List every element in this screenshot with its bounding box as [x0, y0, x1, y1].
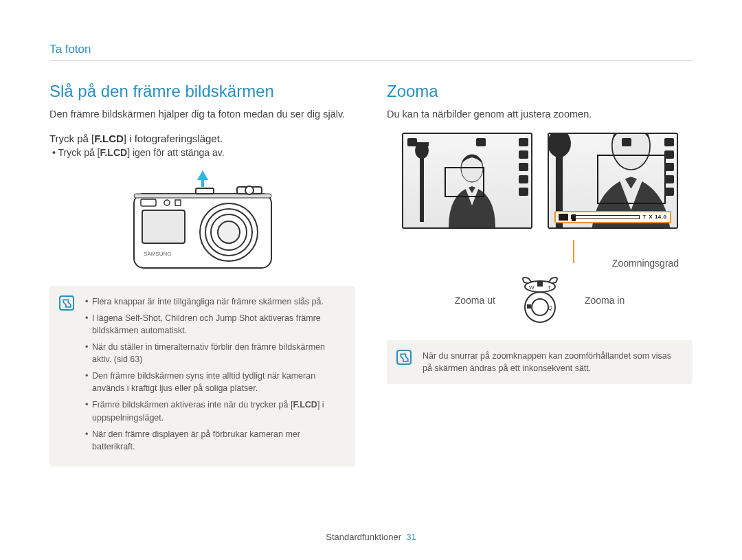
- zoom-grade-label: Zoomningsgrad: [598, 258, 693, 269]
- svg-marker-0: [197, 170, 208, 180]
- svg-rect-1: [201, 180, 204, 187]
- right-icons: [664, 138, 674, 196]
- page-footer: Standardfunktioner 31: [0, 532, 742, 542]
- top-icons: [407, 138, 486, 146]
- zoom-dial-icon: W T Q: [513, 276, 567, 325]
- camera-illustration: SAMSUNG: [113, 170, 292, 273]
- svg-rect-24: [537, 282, 543, 287]
- size-icon: [519, 150, 528, 159]
- left-note-box: Flera knappar är inte tillgängliga när f…: [49, 286, 355, 467]
- sub-key: F.LCD: [100, 147, 127, 158]
- page-number: 31: [406, 532, 416, 542]
- af-frame: [445, 167, 484, 197]
- list-item: Främre bildskärmen aktiveras inte när du…: [85, 399, 343, 423]
- left-heading: Slå på den främre bildskärmen: [49, 82, 355, 101]
- callout-line: [573, 240, 574, 263]
- section-label: Ta foton: [49, 43, 693, 56]
- status-icon: [622, 138, 631, 146]
- svg-point-10: [218, 221, 240, 243]
- screen-zoom: T X 14.0: [548, 133, 678, 229]
- mode-icon: [553, 138, 563, 146]
- svg-text:SAMSUNG: SAMSUNG: [144, 251, 171, 257]
- zoom-screens: T X 14.0: [387, 133, 693, 229]
- footer-label: Standardfunktioner: [326, 532, 401, 542]
- right-icons: [519, 138, 528, 196]
- right-column: Zooma Du kan ta närbilder genom att just…: [387, 82, 693, 467]
- af-frame: [597, 155, 666, 204]
- list-item: Flera knappar är inte tillgängliga när f…: [85, 295, 343, 308]
- list-item: I lägena Self-Shot, Children och Jump Sh…: [85, 312, 343, 337]
- battery-icon: [519, 138, 528, 146]
- battery-icon: [664, 138, 674, 146]
- stab-icon: [664, 175, 674, 183]
- left-column: Slå på den främre bildskärmen Den främre…: [49, 82, 355, 467]
- lamp-icon: [412, 141, 432, 222]
- note-key: F.LCD: [293, 400, 317, 410]
- svg-text:Q: Q: [548, 304, 552, 311]
- list-item: När den främre displayen är på förbrukar…: [85, 428, 343, 453]
- zoom-control-row: Zooma ut W T Q Zooma in: [387, 276, 693, 325]
- note-icon: [59, 295, 74, 311]
- svg-text:T: T: [548, 284, 551, 291]
- right-note-text: När du snurrar på zoomknappen kan zoomfö…: [423, 350, 680, 374]
- zoom-illustration-wrap: T X 14.0 Zoomningsgrad: [387, 133, 693, 269]
- left-notes-list: Flera knappar är inte tillgängliga när f…: [85, 295, 343, 453]
- flash-icon: [664, 163, 674, 171]
- instruction-step: Tryck på [F.LCD] i fotograferingsläget.: [49, 133, 355, 144]
- svg-point-28: [532, 299, 548, 315]
- note-icon: [396, 350, 412, 365]
- sub-pre: Tryck på [: [58, 147, 100, 158]
- step-key: F.LCD: [94, 133, 124, 144]
- zoom-bar-box: [559, 214, 568, 221]
- svg-rect-29: [527, 304, 531, 309]
- mode-icon: [407, 138, 417, 146]
- size-icon: [664, 150, 674, 159]
- two-column-layout: Slå på den främre bildskärmen Den främre…: [49, 82, 693, 467]
- macro-icon: [664, 188, 674, 196]
- flash-icon: [519, 163, 528, 171]
- svg-text:W: W: [529, 284, 535, 291]
- svg-rect-14: [175, 200, 181, 205]
- zoom-t-icon: T: [642, 214, 646, 220]
- svg-point-6: [245, 186, 254, 194]
- screen-wide: [402, 133, 532, 229]
- right-heading: Zooma: [387, 82, 693, 101]
- list-item: Den främre bildskärmen syns inte alltid …: [85, 370, 343, 394]
- step-post: ] i fotograferingsläget.: [124, 133, 223, 144]
- svg-point-13: [164, 200, 170, 205]
- top-icons: [553, 138, 631, 146]
- step-pre: Tryck på [: [49, 133, 94, 144]
- list-item: När du ställer in timeralternativ förbli…: [85, 341, 343, 366]
- macro-icon: [519, 188, 528, 196]
- zoom-ratio-text: X 14.0: [649, 214, 666, 220]
- stab-icon: [519, 175, 528, 183]
- zoom-out-label: Zooma ut: [455, 295, 495, 306]
- section-rule: [49, 60, 693, 61]
- sub-post: ] igen för att stänga av.: [127, 147, 224, 158]
- svg-rect-16: [420, 155, 424, 222]
- svg-rect-11: [142, 210, 185, 243]
- left-intro: Den främre bildskärmen hjälper dig ta fo…: [49, 108, 355, 122]
- status-icon: [476, 138, 486, 146]
- right-intro: Du kan ta närbilder genom att justera zo…: [387, 108, 693, 122]
- zoom-bar: T X 14.0: [554, 211, 671, 223]
- svg-rect-12: [141, 199, 156, 206]
- zoom-bar-track: [571, 215, 640, 219]
- note-pre: Främre bildskärmen aktiveras inte när du…: [92, 400, 293, 410]
- svg-rect-4: [196, 188, 214, 194]
- instruction-sub: Tryck på [F.LCD] igen för att stänga av.: [52, 147, 355, 158]
- zoom-in-label: Zooma in: [585, 295, 625, 306]
- right-note-box: När du snurrar på zoomknappen kan zoomfö…: [387, 340, 693, 384]
